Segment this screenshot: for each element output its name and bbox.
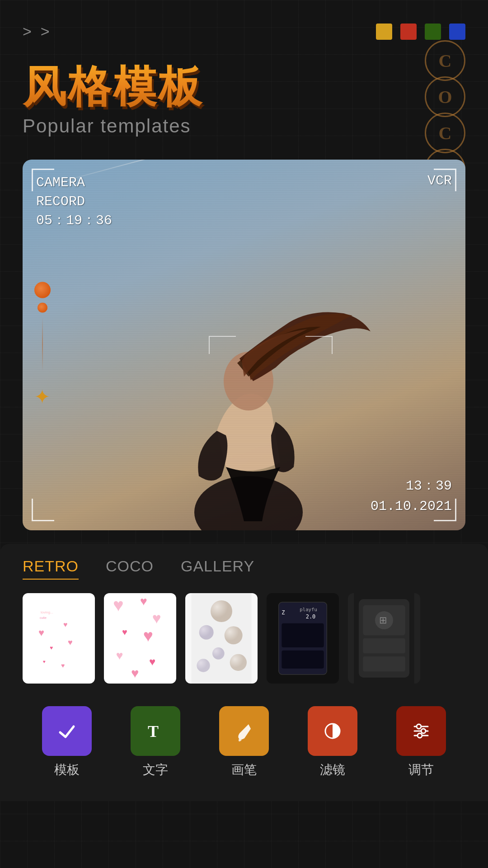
svg-text:♥: ♥: [68, 638, 73, 647]
template-thumb-1[interactable]: loving... cutie ♥ ♥ ♥ ♥ ♥ ♥: [23, 593, 95, 684]
color-dot-green[interactable]: [425, 24, 441, 40]
preview-image: CAMERA RECORD 05：19：36 VCR 13：39 01.10.2…: [23, 160, 465, 530]
svg-text:⊞: ⊞: [379, 614, 387, 625]
svg-text:♥: ♥: [113, 595, 124, 615]
coco-letter-o1: O: [425, 76, 465, 117]
text-icon: T: [131, 706, 180, 756]
coco-letter-c1: C: [425, 40, 465, 81]
main-toolbar: 模板 T 文字 画笔: [23, 697, 465, 792]
svg-point-26: [197, 659, 210, 672]
svg-text:Z: Z: [282, 609, 285, 615]
color-dot-blue[interactable]: [449, 24, 465, 40]
svg-text:♥: ♥: [152, 609, 161, 626]
svg-rect-33: [282, 650, 324, 668]
orange-circle-small: [38, 302, 47, 312]
svg-point-44: [417, 724, 421, 729]
svg-point-25: [230, 654, 247, 670]
tool-text[interactable]: T 文字: [131, 706, 180, 778]
svg-text:♥: ♥: [131, 665, 139, 680]
svg-point-24: [212, 647, 225, 660]
template-thumb-4[interactable]: Z playfu 2.0: [267, 593, 339, 684]
svg-point-21: [211, 600, 232, 622]
top-nav: > >: [0, 0, 488, 49]
svg-text:2.0: 2.0: [306, 613, 316, 620]
tab-retro[interactable]: RETRO: [23, 557, 79, 580]
svg-text:♥: ♥: [43, 659, 46, 664]
svg-point-23: [225, 626, 243, 644]
coco-letter-c2: C: [425, 113, 465, 153]
vcr-text-top-left: CAMERA RECORD 05：19：36: [36, 173, 112, 230]
svg-point-22: [199, 625, 214, 639]
text-label: 文字: [143, 761, 168, 778]
left-decoration: ✦: [34, 282, 51, 408]
tool-filter[interactable]: 滤镜: [308, 706, 357, 778]
focus-bracket-left: [209, 336, 236, 354]
color-palette: [376, 24, 465, 40]
tab-gallery[interactable]: GALLERY: [181, 557, 254, 580]
color-dot-yellow[interactable]: [376, 24, 392, 40]
orange-circle-big: [34, 282, 51, 298]
tool-adjust[interactable]: 调节: [396, 706, 446, 778]
svg-text:♥: ♥: [61, 662, 65, 669]
adjust-icon: [396, 706, 446, 756]
template-thumb-3[interactable]: [185, 593, 258, 684]
svg-rect-37: [363, 638, 405, 653]
svg-point-48: [418, 733, 422, 738]
svg-rect-32: [282, 623, 324, 647]
svg-text:cutie: cutie: [40, 616, 47, 619]
main-title-en: Popular templates: [23, 115, 465, 137]
svg-text:♥: ♥: [63, 621, 68, 628]
svg-text:playfu: playfu: [300, 607, 317, 613]
template-icon: [42, 706, 92, 756]
breadcrumb-2[interactable]: >: [41, 23, 50, 40]
adjust-label: 调节: [408, 761, 434, 778]
svg-text:♥: ♥: [116, 648, 123, 662]
template-thumb-5[interactable]: ⊞: [348, 593, 420, 684]
color-dot-red[interactable]: [400, 24, 417, 40]
svg-text:T: T: [148, 722, 159, 741]
girl-figure: [108, 214, 380, 530]
svg-text:♥: ♥: [38, 627, 44, 638]
template-thumb-2[interactable]: ♥ ♥ ♥ ♥ ♥ ♥ ♥ ♥: [104, 593, 176, 684]
vcr-text-top-right: VCR: [427, 173, 452, 189]
brush-icon: [219, 706, 269, 756]
svg-text:♥: ♥: [50, 645, 53, 651]
vcr-text-bottom-right: 13：39 01.10.2021: [371, 476, 452, 517]
svg-text:♥: ♥: [143, 626, 153, 645]
brush-label: 画笔: [231, 761, 257, 778]
template-tabs: RETRO COCO GALLERY: [23, 557, 465, 580]
filter-label: 滤镜: [320, 761, 345, 778]
breadcrumb-1[interactable]: >: [23, 23, 32, 40]
bottom-panel: RETRO COCO GALLERY loving... cutie ♥ ♥ ♥…: [0, 544, 488, 801]
tool-brush[interactable]: 画笔: [219, 706, 269, 778]
focus-bracket-right: [305, 336, 333, 354]
svg-text:♥: ♥: [122, 627, 127, 637]
svg-rect-38: [363, 656, 405, 671]
template-thumbnails: loving... cutie ♥ ♥ ♥ ♥ ♥ ♥ ♥ ♥ ♥ ♥: [23, 593, 465, 684]
svg-point-46: [421, 729, 426, 733]
corner-bl: [32, 499, 54, 521]
breadcrumb: > >: [23, 23, 50, 40]
filter-icon: [308, 706, 357, 756]
vertical-line: [42, 317, 43, 371]
tool-template[interactable]: 模板: [42, 706, 92, 778]
svg-text:loving...: loving...: [41, 610, 53, 614]
svg-text:♥: ♥: [140, 594, 147, 608]
main-title-zh: 风格模板: [23, 63, 465, 111]
tab-coco[interactable]: COCO: [106, 557, 154, 580]
title-section: 风格模板 Popular templates C O C O: [0, 49, 488, 146]
svg-text:♥: ♥: [149, 656, 155, 668]
template-label: 模板: [54, 761, 80, 778]
star-decoration: ✦: [34, 385, 51, 408]
